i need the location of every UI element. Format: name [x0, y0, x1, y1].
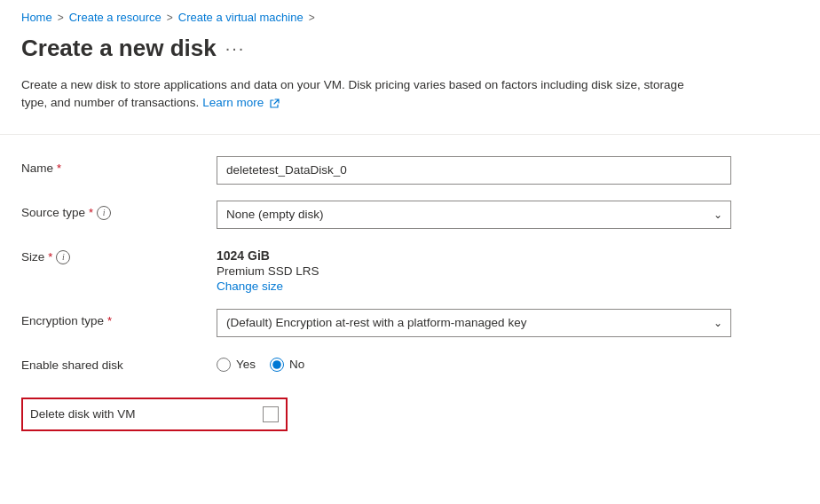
delete-disk-label: Delete disk with VM: [30, 407, 252, 421]
source-type-required: *: [89, 206, 93, 219]
size-block: 1024 GiB Premium SSD LRS Change size: [217, 245, 731, 293]
delete-disk-checkbox[interactable]: [263, 406, 279, 422]
source-type-select-wrapper: None (empty disk) Snapshot Storage blob …: [217, 201, 731, 229]
name-row: Name *: [21, 156, 799, 185]
shared-disk-row: Enable shared disk Yes No: [21, 353, 799, 382]
size-row: Size * i 1024 GiB Premium SSD LRS Change…: [21, 245, 799, 293]
shared-disk-control-area: Yes No: [217, 353, 731, 372]
name-input[interactable]: [217, 156, 731, 185]
encryption-label: Encryption type *: [21, 309, 217, 327]
source-type-info-icon[interactable]: i: [97, 206, 111, 220]
delete-disk-row: Delete disk with VM: [21, 398, 799, 431]
shared-disk-label: Enable shared disk: [21, 353, 217, 372]
separator: [0, 134, 820, 135]
source-type-control-area: None (empty disk) Snapshot Storage blob …: [217, 201, 731, 229]
encryption-select-wrapper: (Default) Encryption at-rest with a plat…: [217, 309, 731, 337]
size-type: Premium SSD LRS: [217, 264, 731, 278]
learn-more-link[interactable]: Learn more: [202, 96, 280, 109]
shared-disk-yes-radio[interactable]: [217, 358, 231, 372]
shared-disk-yes-option[interactable]: Yes: [217, 358, 256, 372]
source-type-label: Source type * i: [21, 201, 217, 220]
change-size-link[interactable]: Change size: [217, 280, 283, 293]
page-title-row: Create a new disk ···: [0, 31, 820, 76]
breadcrumb-create-vm[interactable]: Create a virtual machine: [178, 11, 304, 24]
name-required: *: [57, 161, 61, 175]
source-type-select[interactable]: None (empty disk) Snapshot Storage blob …: [217, 201, 731, 229]
size-required: *: [48, 250, 52, 264]
form-area: Name * Source type * i None (empty disk)…: [0, 149, 820, 469]
size-label: Size * i: [21, 245, 217, 264]
title-ellipsis: ···: [225, 38, 246, 59]
encryption-row: Encryption type * (Default) Encryption a…: [21, 309, 799, 337]
encryption-required: *: [107, 314, 112, 327]
breadcrumb-home[interactable]: Home: [21, 11, 52, 24]
size-info-icon[interactable]: i: [56, 250, 70, 264]
external-link-icon: [269, 98, 280, 109]
name-label: Name *: [21, 156, 217, 175]
breadcrumb-sep-1: >: [58, 12, 64, 24]
description-text: Create a new disk to store applications …: [21, 78, 684, 109]
size-gib: 1024 GiB: [217, 248, 731, 263]
shared-disk-no-radio[interactable]: [270, 358, 284, 372]
page-title: Create a new disk: [21, 35, 217, 62]
shared-disk-no-option[interactable]: No: [270, 358, 304, 372]
encryption-select[interactable]: (Default) Encryption at-rest with a plat…: [217, 309, 731, 337]
breadcrumb-create-resource[interactable]: Create a resource: [69, 11, 162, 24]
source-type-row: Source type * i None (empty disk) Snapsh…: [21, 201, 799, 229]
shared-disk-yes-label: Yes: [236, 358, 256, 371]
shared-disk-radio-group: Yes No: [217, 353, 731, 372]
name-control-area: [217, 156, 731, 185]
description-area: Create a new disk to store applications …: [0, 76, 728, 130]
breadcrumb: Home > Create a resource > Create a virt…: [0, 0, 820, 31]
breadcrumb-sep-2: >: [167, 12, 173, 24]
shared-disk-no-label: No: [289, 358, 304, 371]
delete-disk-highlighted: Delete disk with VM: [21, 398, 288, 431]
encryption-control-area: (Default) Encryption at-rest with a plat…: [217, 309, 731, 337]
size-control-area: 1024 GiB Premium SSD LRS Change size: [217, 245, 731, 293]
breadcrumb-sep-3: >: [309, 12, 315, 24]
